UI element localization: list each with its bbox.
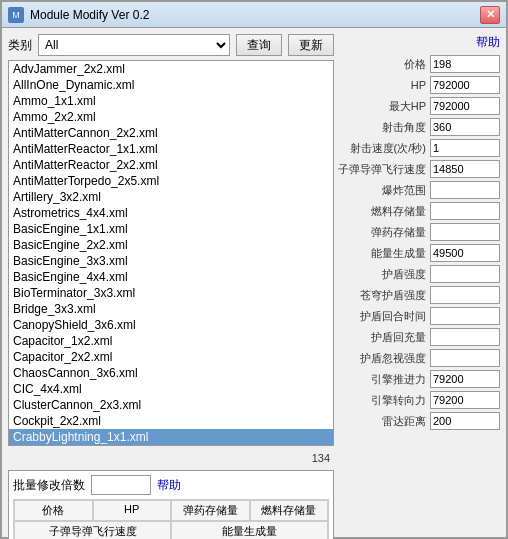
prop-label-ammo: 弹药存储量 bbox=[371, 225, 426, 240]
list-item[interactable]: Ammo_2x2.xml bbox=[9, 109, 333, 125]
prop-input-fuel[interactable] bbox=[430, 202, 500, 220]
prop-label-thrust: 引擎推进力 bbox=[371, 372, 426, 387]
prop-input-shield-time[interactable] bbox=[430, 307, 500, 325]
prop-label-turn: 引擎转向力 bbox=[371, 393, 426, 408]
prop-input-ammo[interactable] bbox=[430, 223, 500, 241]
prop-input-angle[interactable] bbox=[430, 118, 500, 136]
list-item[interactable]: ChaosCannon_3x6.xml bbox=[9, 365, 333, 381]
prop-label-fire-rate: 射击速度(次/秒) bbox=[350, 141, 426, 156]
batch-help-link[interactable]: 帮助 bbox=[157, 477, 181, 494]
prop-input-turn[interactable] bbox=[430, 391, 500, 409]
list-item[interactable]: ClusterCannon_2x3.xml bbox=[9, 397, 333, 413]
list-item-selected[interactable]: CrabbyLightning_1x1.xml bbox=[9, 429, 333, 445]
list-item[interactable]: AllInOne_Dynamic.xml bbox=[9, 77, 333, 93]
prop-label-shield-time: 护盾回合时间 bbox=[360, 309, 426, 324]
prop-label-angle: 射击角度 bbox=[382, 120, 426, 135]
list-item[interactable]: AntiMatterTorpedo_2x5.xml bbox=[9, 173, 333, 189]
prop-label-shield: 护盾强度 bbox=[382, 267, 426, 282]
list-item[interactable]: BasicEngine_1x1.xml bbox=[9, 221, 333, 237]
batch-cell-energy: 能量生成量 bbox=[171, 521, 328, 539]
main-window: M Module Modify Ver 0.2 ✕ 类别 All 查询 更新 bbox=[0, 0, 508, 539]
category-select[interactable]: All bbox=[38, 34, 230, 56]
list-item[interactable]: Cockpit_2x2.xml bbox=[9, 413, 333, 429]
right-panel: 帮助 价格 HP 最大HP 射击角度 射击速度(次/秒) bbox=[340, 34, 500, 539]
list-item[interactable]: AntiMatterReactor_1x1.xml bbox=[9, 141, 333, 157]
prop-label-price: 价格 bbox=[404, 57, 426, 72]
list-item[interactable]: Artillery_3x2.xml bbox=[9, 189, 333, 205]
title-bar: M Module Modify Ver 0.2 ✕ bbox=[2, 2, 506, 28]
prop-row-shield-recharge: 护盾回充量 bbox=[340, 328, 500, 346]
filter-row: 类别 All 查询 更新 bbox=[8, 34, 334, 56]
list-item[interactable]: Capacitor_1x2.xml bbox=[9, 333, 333, 349]
prop-input-fire-rate[interactable] bbox=[430, 139, 500, 157]
prop-input-thrust[interactable] bbox=[430, 370, 500, 388]
batch-input[interactable] bbox=[91, 475, 151, 495]
window-title: Module Modify Ver 0.2 bbox=[30, 8, 149, 22]
prop-input-radar[interactable] bbox=[430, 412, 500, 430]
prop-input-shield[interactable] bbox=[430, 265, 500, 283]
list-item[interactable]: CIC_4x4.xml bbox=[9, 381, 333, 397]
list-item[interactable]: BioTerminator_3x3.xml bbox=[9, 285, 333, 301]
list-item[interactable]: Ammo_1x1.xml bbox=[9, 93, 333, 109]
prop-input-canopy-shield[interactable] bbox=[430, 286, 500, 304]
prop-row-hp: HP bbox=[340, 76, 500, 94]
refresh-button[interactable]: 更新 bbox=[288, 34, 334, 56]
module-list[interactable]: AdvJammer_2x2.xml AllInOne_Dynamic.xml A… bbox=[8, 60, 334, 446]
prop-row-canopy-shield: 苍穹护盾强度 bbox=[340, 286, 500, 304]
prop-input-shield-recharge[interactable] bbox=[430, 328, 500, 346]
prop-input-bullet-speed[interactable] bbox=[430, 160, 500, 178]
list-count: 134 bbox=[8, 450, 334, 466]
prop-row-shield-time: 护盾回合时间 bbox=[340, 307, 500, 325]
prop-row-angle: 射击角度 bbox=[340, 118, 500, 136]
list-item[interactable]: Bridge_3x3.xml bbox=[9, 301, 333, 317]
list-item[interactable]: Capacitor_2x2.xml bbox=[9, 349, 333, 365]
query-button[interactable]: 查询 bbox=[236, 34, 282, 56]
prop-row-bullet-speed: 子弹导弹飞行速度 bbox=[340, 160, 500, 178]
batch-cell-hp: HP bbox=[93, 500, 172, 521]
prop-row-shield-ignore: 护盾忽视强度 bbox=[340, 349, 500, 367]
help-link[interactable]: 帮助 bbox=[340, 34, 500, 51]
prop-label-hp: HP bbox=[411, 79, 426, 91]
left-panel: 类别 All 查询 更新 AdvJammer_2x2.xml AllInOne_… bbox=[8, 34, 334, 539]
batch-section: 批量修改倍数 帮助 价格 HP 弹药存储量 燃料存储量 子弹导弹飞行速度 能量生… bbox=[8, 470, 334, 539]
prop-row-energy: 能量生成量 bbox=[340, 244, 500, 262]
list-item[interactable]: BasicEngine_2x2.xml bbox=[9, 237, 333, 253]
batch-grid: 价格 HP 弹药存储量 燃料存储量 子弹导弹飞行速度 能量生成量 护盾强度 引擎… bbox=[13, 499, 329, 539]
list-item[interactable]: AdvJammer_2x2.xml bbox=[9, 61, 333, 77]
prop-input-energy[interactable] bbox=[430, 244, 500, 262]
list-item[interactable]: BasicEngine_3x3.xml bbox=[9, 253, 333, 269]
prop-input-shield-ignore[interactable] bbox=[430, 349, 500, 367]
list-item[interactable]: CanopyShield_3x6.xml bbox=[9, 317, 333, 333]
prop-label-fuel: 燃料存储量 bbox=[371, 204, 426, 219]
prop-row-shield: 护盾强度 bbox=[340, 265, 500, 283]
prop-label-energy: 能量生成量 bbox=[371, 246, 426, 261]
list-item[interactable]: AntiMatterReactor_2x2.xml bbox=[9, 157, 333, 173]
prop-input-hp[interactable] bbox=[430, 76, 500, 94]
window-icon: M bbox=[8, 7, 24, 23]
list-item[interactable]: BasicEngine_4x4.xml bbox=[9, 269, 333, 285]
batch-cell-ammo: 弹药存储量 bbox=[171, 500, 250, 521]
prop-label-canopy-shield: 苍穹护盾强度 bbox=[360, 288, 426, 303]
prop-label-radar: 雷达距离 bbox=[382, 414, 426, 429]
prop-row-thrust: 引擎推进力 bbox=[340, 370, 500, 388]
batch-cell-price: 价格 bbox=[14, 500, 93, 521]
prop-row-blast: 爆炸范围 bbox=[340, 181, 500, 199]
prop-input-maxhp[interactable] bbox=[430, 97, 500, 115]
prop-label-shield-ignore: 护盾忽视强度 bbox=[360, 351, 426, 366]
prop-row-price: 价格 bbox=[340, 55, 500, 73]
list-item[interactable]: Astrometrics_4x4.xml bbox=[9, 205, 333, 221]
prop-row-fuel: 燃料存储量 bbox=[340, 202, 500, 220]
prop-label-maxhp: 最大HP bbox=[389, 99, 426, 114]
prop-input-price[interactable] bbox=[430, 55, 500, 73]
title-bar-left: M Module Modify Ver 0.2 bbox=[8, 7, 149, 23]
prop-label-shield-recharge: 护盾回充量 bbox=[371, 330, 426, 345]
category-label: 类别 bbox=[8, 37, 32, 54]
close-button[interactable]: ✕ bbox=[480, 6, 500, 24]
prop-input-blast[interactable] bbox=[430, 181, 500, 199]
prop-row-maxhp: 最大HP bbox=[340, 97, 500, 115]
prop-label-blast: 爆炸范围 bbox=[382, 183, 426, 198]
list-item[interactable]: AntiMatterCannon_2x2.xml bbox=[9, 125, 333, 141]
prop-row-ammo: 弹药存储量 bbox=[340, 223, 500, 241]
main-content: 类别 All 查询 更新 AdvJammer_2x2.xml AllInOne_… bbox=[2, 28, 506, 539]
batch-cell-fuel: 燃料存储量 bbox=[250, 500, 329, 521]
